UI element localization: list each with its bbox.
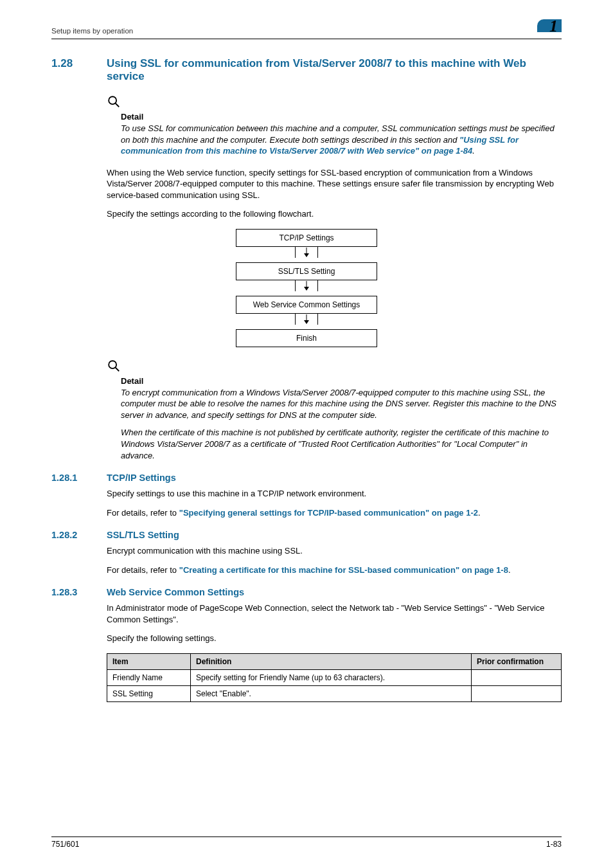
- flow-box-3: Web Service Common Settings: [236, 296, 377, 314]
- flowchart: TCP/IP Settings SSL/TLS Setting Web Serv…: [236, 229, 377, 347]
- svg-marker-5: [304, 287, 309, 291]
- flow-arrow-3: [236, 314, 377, 329]
- table-row: Friendly Name Specify setting for Friend…: [107, 669, 562, 685]
- flow-box-2: SSL/TLS Setting: [236, 262, 377, 280]
- detail-block-1: Detail To use SSL for communication betw…: [121, 112, 562, 157]
- sub1-link[interactable]: "Specifying general settings for TCP/IP-…: [179, 508, 478, 518]
- detail-icon-1: [107, 95, 562, 111]
- detail2-p1: To encrypt communication from a Windows …: [121, 387, 562, 421]
- section-title: 1.28 Using SSL for communication from Vi…: [51, 57, 562, 83]
- th-item: Item: [107, 653, 191, 669]
- svg-marker-7: [304, 320, 309, 324]
- sub1-title: TCP/IP Settings: [107, 473, 176, 483]
- flow-arrow-1: [236, 247, 377, 262]
- settings-table: Item Definition Prior confirmation Frien…: [107, 653, 562, 702]
- flow-arrow-2: [236, 280, 377, 296]
- cell-prior: [472, 685, 562, 701]
- sub1-p2: For details, refer to "Specifying genera…: [107, 507, 562, 519]
- detail-block-2: Detail To encrypt communication from a W…: [121, 376, 562, 461]
- running-header: Setup items by operation 1: [51, 19, 562, 39]
- sub3-number: 1.28.3: [51, 587, 107, 597]
- sub3-title: Web Service Common Settings: [107, 587, 244, 597]
- sub2-title: SSL/TLS Setting: [107, 530, 179, 540]
- th-prior: Prior confirmation: [472, 653, 562, 669]
- detail-heading-1: Detail: [121, 112, 562, 122]
- cell-definition: Specify setting for Friendly Name (up to…: [191, 669, 472, 685]
- flow-box-4: Finish: [236, 329, 377, 347]
- intro-p2: Specify the settings according to the fo…: [107, 208, 562, 220]
- sub2-number: 1.28.2: [51, 530, 107, 540]
- table-header-row: Item Definition Prior confirmation: [107, 653, 562, 669]
- chapter-badge: 1: [537, 19, 562, 37]
- flow-box-1: TCP/IP Settings: [236, 229, 377, 247]
- table-row: SSL Setting Select "Enable".: [107, 685, 562, 701]
- intro-p1: When using the Web service function, spe…: [107, 167, 562, 201]
- page-footer: 751/601 1-83: [51, 836, 562, 849]
- magnifier-icon: [107, 359, 121, 373]
- sub2-p2: For details, refer to "Creating a certif…: [107, 565, 562, 576]
- sub3-p1: In Administrator mode of PageScope Web C…: [107, 602, 562, 625]
- running-header-text: Setup items by operation: [51, 27, 133, 37]
- sub2-link[interactable]: "Creating a certificate for this machine…: [179, 565, 508, 575]
- svg-marker-3: [304, 253, 309, 257]
- svg-line-1: [116, 104, 120, 107]
- cell-definition: Select "Enable".: [191, 685, 472, 701]
- footer-left: 751/601: [51, 840, 79, 849]
- detail2-p2: When the certificate of this machine is …: [121, 427, 562, 461]
- svg-point-8: [109, 361, 116, 368]
- detail-heading-2: Detail: [121, 376, 562, 386]
- section-number: 1.28: [51, 57, 107, 70]
- footer-right: 1-83: [546, 840, 562, 849]
- sub3-p2: Specify the following settings.: [107, 633, 562, 644]
- chapter-number: 1: [549, 17, 558, 36]
- cell-item: Friendly Name: [107, 669, 191, 685]
- detail-icon-2: [107, 359, 562, 375]
- subsection-2: 1.28.2 SSL/TLS Setting: [51, 530, 562, 540]
- svg-line-9: [116, 368, 120, 372]
- sub1-p1: Specify settings to use this machine in …: [107, 488, 562, 500]
- th-definition: Definition: [191, 653, 472, 669]
- magnifier-icon: [107, 95, 121, 109]
- sub2-p1: Encrypt communication with this machine …: [107, 545, 562, 557]
- section-title-text: Using SSL for communication from Vista/S…: [107, 57, 562, 83]
- subsection-1: 1.28.1 TCP/IP Settings: [51, 473, 562, 483]
- svg-point-0: [109, 96, 116, 104]
- sub1-number: 1.28.1: [51, 473, 107, 483]
- cell-item: SSL Setting: [107, 685, 191, 701]
- detail-text-1: To use SSL for communication between thi…: [121, 123, 562, 157]
- subsection-3: 1.28.3 Web Service Common Settings: [51, 587, 562, 597]
- cell-prior: [472, 669, 562, 685]
